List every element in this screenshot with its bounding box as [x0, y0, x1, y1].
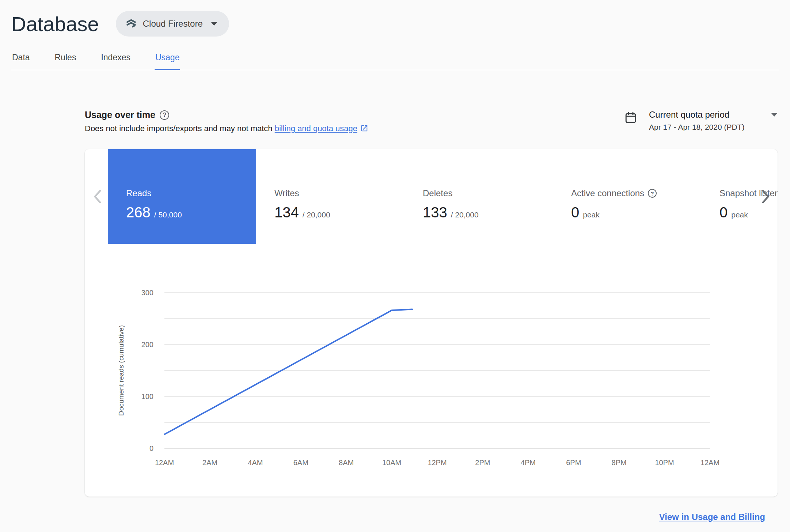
metric-quota: / 20,000: [451, 210, 479, 219]
metric-label: Writes: [274, 188, 397, 198]
quota-period-label: Current quota period: [649, 110, 729, 120]
metric-value: 133: [423, 204, 447, 221]
svg-text:6AM: 6AM: [293, 459, 308, 467]
metric-value: 0: [719, 204, 728, 221]
metric-quota: / 20,000: [303, 210, 330, 219]
chevron-left-icon: [93, 190, 101, 204]
svg-text:2PM: 2PM: [475, 459, 490, 467]
firestore-icon: [125, 18, 137, 30]
help-icon[interactable]: ?: [648, 189, 657, 198]
svg-text:10PM: 10PM: [655, 459, 674, 467]
svg-text:4PM: 4PM: [521, 459, 536, 467]
chevron-down-icon: [211, 22, 217, 26]
svg-text:2AM: 2AM: [202, 459, 217, 467]
chevron-right-icon: [762, 190, 770, 204]
tab-data[interactable]: Data: [11, 53, 31, 70]
product-selector[interactable]: Cloud Firestore: [116, 11, 229, 37]
metric-tile-deletes[interactable]: Deletes 133 / 20,000: [405, 149, 553, 244]
metric-value: 268: [126, 204, 151, 221]
metric-value: 134: [274, 204, 299, 221]
metric-quota: / 50,000: [154, 210, 182, 219]
tab-indexes[interactable]: Indexes: [100, 53, 131, 70]
page-title: Database: [11, 12, 99, 36]
usage-subtitle: Does not include imports/exports and may…: [85, 124, 368, 134]
open-in-new-icon[interactable]: [360, 124, 368, 134]
metric-tile-reads[interactable]: Reads 268 / 50,000: [108, 149, 256, 244]
svg-text:10AM: 10AM: [382, 459, 401, 467]
svg-text:8AM: 8AM: [339, 459, 354, 467]
usage-heading-block: Usage over time ? Does not include impor…: [85, 110, 368, 134]
svg-text:6PM: 6PM: [566, 459, 581, 467]
tab-usage[interactable]: Usage: [155, 53, 180, 70]
footer: View in Usage and Billing: [85, 512, 765, 522]
calendar-icon: [624, 111, 637, 124]
usage-card: Reads 268 / 50,000 Writes 134 / 20,000: [85, 149, 778, 497]
svg-text:12PM: 12PM: [428, 459, 447, 467]
scroll-left-button[interactable]: [90, 187, 105, 206]
quota-period-text: Current quota period Apr 17 - Apr 18, 20…: [649, 110, 778, 132]
svg-text:12AM: 12AM: [700, 459, 719, 467]
metric-label: Active connections: [571, 188, 644, 198]
usage-over-time-title: Usage over time: [85, 110, 155, 120]
svg-text:200: 200: [141, 341, 153, 349]
help-icon[interactable]: ?: [160, 110, 169, 120]
metric-label: Reads: [126, 188, 249, 198]
page-header: Database Cloud Firestore: [0, 0, 790, 37]
metric-quota: peak: [583, 210, 600, 219]
svg-text:4AM: 4AM: [248, 459, 263, 467]
metric-tile-writes[interactable]: Writes 134 / 20,000: [256, 149, 405, 244]
usage-section: Usage over time ? Does not include impor…: [85, 110, 778, 522]
metric-quota: peak: [731, 210, 748, 219]
tab-rules[interactable]: Rules: [54, 53, 77, 70]
chevron-down-icon: [771, 113, 778, 117]
firestore-usage-page: Database Cloud Firestore Data Rules Inde…: [0, 0, 790, 532]
product-selector-label: Cloud Firestore: [143, 19, 203, 29]
quota-period-selector[interactable]: Current quota period Apr 17 - Apr 18, 20…: [624, 110, 778, 132]
view-usage-billing-link[interactable]: View in Usage and Billing: [659, 512, 765, 522]
usage-section-header: Usage over time ? Does not include impor…: [85, 110, 778, 134]
svg-text:0: 0: [149, 444, 153, 452]
metric-strip: Reads 268 / 50,000 Writes 134 / 20,000: [85, 149, 778, 244]
metric-label: Deletes: [423, 188, 546, 198]
chart-y-axis-title: Document reads (cumulative): [117, 325, 125, 416]
scroll-right-button[interactable]: [759, 187, 773, 206]
svg-text:300: 300: [141, 289, 153, 297]
tab-bar: Data Rules Indexes Usage: [11, 53, 779, 70]
svg-text:12AM: 12AM: [155, 459, 174, 467]
metric-tiles: Reads 268 / 50,000 Writes 134 / 20,000: [108, 149, 778, 244]
quota-period-range: Apr 17 - Apr 18, 2020 (PDT): [649, 123, 778, 132]
metric-tile-active-connections[interactable]: Active connections ? 0 peak: [553, 149, 701, 244]
svg-text:8PM: 8PM: [612, 459, 627, 467]
svg-text:100: 100: [141, 392, 153, 400]
billing-quota-usage-link[interactable]: billing and quota usage: [275, 124, 357, 133]
usage-subtitle-text: Does not include imports/exports and may…: [85, 124, 275, 133]
metric-value: 0: [571, 204, 579, 221]
